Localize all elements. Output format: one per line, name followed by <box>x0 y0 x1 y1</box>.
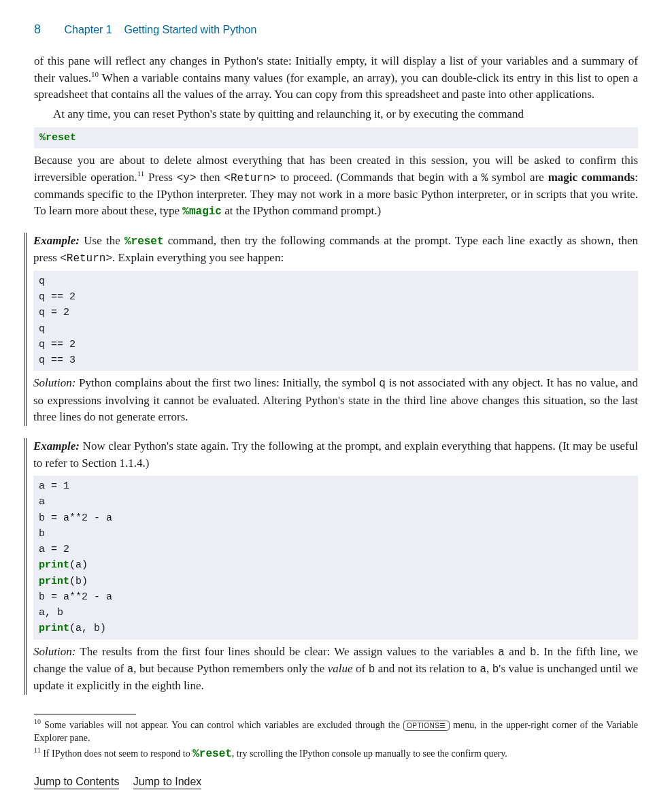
footnote-ref-11: 11 <box>137 169 145 178</box>
chapter-label: Chapter 1 <box>64 24 112 35</box>
code-block-reset: %reset <box>34 127 638 148</box>
body-paragraph-1: of this pane will reflect any changes in… <box>34 53 638 103</box>
footnote-10: 10 Some variables will not appear. You c… <box>34 719 638 745</box>
footnote-separator <box>34 714 136 714</box>
page-header: 8 Chapter 1 Getting Started with Python <box>34 20 638 38</box>
code-block-example-2: a = 1 a b = a**2 - a b a = 2 print(a) pr… <box>33 476 638 640</box>
body-paragraph-2: At any time, you can reset Python's stat… <box>34 106 638 123</box>
example-block-1: Example: Use the %reset command, then tr… <box>24 233 638 426</box>
footnote-ref-10: 10 <box>91 70 99 78</box>
jump-to-contents-link[interactable]: Jump to Contents <box>34 776 119 789</box>
chapter-title: Getting Started with Python <box>124 24 257 35</box>
options-menu-icon: OPTIONS☰ <box>403 721 450 731</box>
example-1-solution: Solution: Python complains about the fir… <box>33 375 638 425</box>
example-block-2: Example: Now clear Python's state again.… <box>24 438 638 695</box>
body-paragraph-3: Because you are about to delete almost e… <box>34 152 638 220</box>
nav-links: Jump to Contents Jump to Index <box>34 774 638 789</box>
example-2-prompt: Example: Now clear Python's state again.… <box>33 438 638 472</box>
footnote-11: 11 If IPython does not seem to respond t… <box>34 746 638 761</box>
code-block-example-1: q q == 2 q = 2 q q == 2 q == 3 <box>33 271 638 372</box>
example-1-prompt: Example: Use the %reset command, then tr… <box>33 233 638 267</box>
page-number: 8 <box>34 22 41 36</box>
example-2-solution: Solution: The results from the first fou… <box>33 644 638 695</box>
jump-to-index-link[interactable]: Jump to Index <box>133 776 202 789</box>
